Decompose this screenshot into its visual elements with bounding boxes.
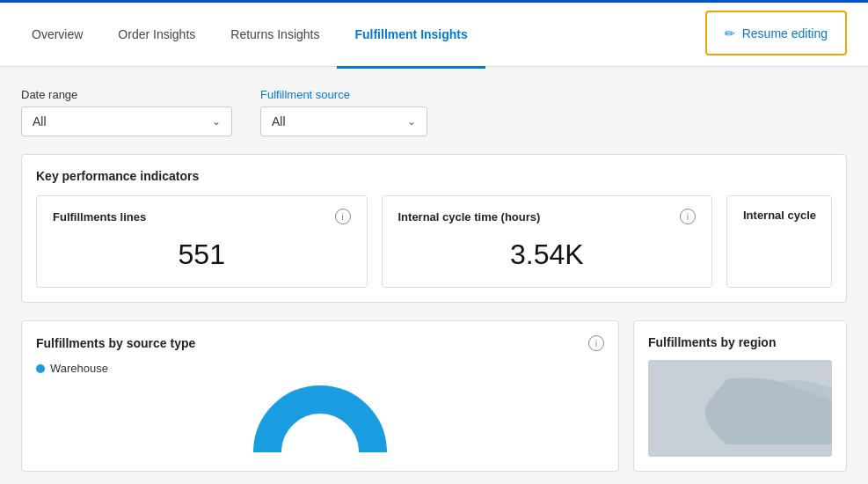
nav-item-overview[interactable]: Overview: [14, 3, 100, 69]
bottom-row: Fulfillments by source type i Warehouse …: [21, 320, 847, 472]
kpi-card-partial-title: Internal cycle: [743, 209, 816, 222]
nav-item-fulfillment-insights[interactable]: Fulfillment Insights: [337, 3, 485, 69]
nav-item-order-insights[interactable]: Order Insights: [100, 3, 213, 69]
fulfillments-by-source-section: Fulfillments by source type i Warehouse: [21, 320, 619, 472]
kpi-value-fulfillment-lines: 551: [53, 231, 351, 275]
kpi-section-title: Key performance indicators: [36, 169, 832, 183]
kpi-section: Key performance indicators Fulfillments …: [21, 154, 847, 303]
date-range-filter: Date range All ⌄: [21, 88, 232, 136]
fulfillments-by-region-section: Fulfillments by region: [633, 320, 847, 472]
top-navigation: Overview Order Insights Returns Insights…: [0, 0, 868, 67]
map-svg: [648, 360, 832, 457]
kpi-card-fulfillment-lines-title: Fulfillments lines: [53, 210, 146, 224]
fulfillment-lines-info-icon[interactable]: i: [335, 209, 351, 224]
donut-chart-svg: [250, 382, 390, 452]
warehouse-legend-item: Warehouse: [36, 362, 604, 375]
nav-spacer: [485, 0, 698, 66]
fulfillments-by-region-header: Fulfillments by region: [648, 335, 832, 349]
resume-editing-button[interactable]: ✏ Resume editing: [705, 11, 847, 55]
internal-cycle-time-info-icon[interactable]: i: [680, 209, 696, 224]
fulfillment-source-chevron-icon: ⌄: [407, 115, 416, 128]
pencil-icon: ✏: [725, 26, 735, 40]
kpi-card-internal-cycle-partial: Internal cycle: [726, 195, 832, 288]
nav-item-returns-insights[interactable]: Returns Insights: [213, 3, 337, 69]
kpi-card-internal-cycle-time-header: Internal cycle time (hours) i: [398, 209, 697, 224]
kpi-card-fulfillment-lines-header: Fulfillments lines i: [53, 209, 351, 224]
kpi-cards-row: Fulfillments lines i 551 Internal cycle …: [36, 195, 832, 288]
fulfillment-source-filter: Fulfillment source All ⌄: [260, 88, 427, 136]
donut-chart-area: [36, 382, 604, 452]
warehouse-legend-dot: [36, 364, 45, 373]
fulfillments-by-source-header: Fulfillments by source type i: [36, 335, 604, 351]
region-map: [648, 360, 832, 457]
main-content: Date range All ⌄ Fulfillment source All …: [0, 67, 868, 472]
fulfillments-by-source-title: Fulfillments by source type: [36, 336, 195, 350]
filter-row: Date range All ⌄ Fulfillment source All …: [21, 88, 847, 136]
fulfillment-source-label: Fulfillment source: [260, 88, 427, 101]
date-range-select[interactable]: All ⌄: [21, 106, 232, 136]
date-range-chevron-icon: ⌄: [212, 115, 221, 128]
kpi-card-fulfillment-lines: Fulfillments lines i 551: [36, 195, 368, 288]
fulfillments-by-region-title: Fulfillments by region: [648, 335, 776, 349]
kpi-card-internal-cycle-time-title: Internal cycle time (hours): [398, 210, 541, 224]
date-range-label: Date range: [21, 88, 232, 101]
kpi-card-partial-header: Internal cycle: [743, 209, 815, 222]
kpi-value-internal-cycle-time: 3.54K: [398, 231, 697, 275]
fulfillments-by-source-info-icon[interactable]: i: [588, 335, 604, 351]
fulfillment-source-select[interactable]: All ⌄: [260, 106, 427, 136]
kpi-card-internal-cycle-time: Internal cycle time (hours) i 3.54K: [382, 195, 713, 288]
